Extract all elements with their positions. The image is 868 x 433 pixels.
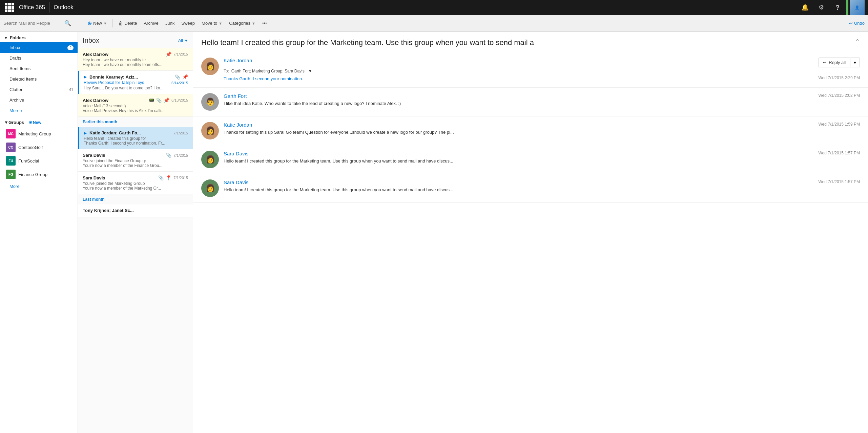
message-body-1: Thanks Garth! I second your nomination. <box>224 75 303 82</box>
email-sender-2: Bonnie Kearney; Aziz... <box>89 74 138 80</box>
email-preview-4a: Hello team! I created this group for <box>84 136 188 141</box>
email-list-header: Inbox All ▼ <box>78 32 193 48</box>
notifications-button[interactable]: 🔔 <box>798 0 812 15</box>
status-stripe <box>846 0 848 15</box>
email-item-4[interactable]: ▶ Katie Jordan; Garth Fo... 7/1/2015 Hel… <box>78 127 193 149</box>
sidebar-item-deleted[interactable]: Deleted Items <box>0 74 78 84</box>
groups-section-header[interactable]: ▼ Groups ✳ New <box>0 116 78 127</box>
folders-label: Folders <box>10 35 26 40</box>
email-sender-6: Sara Davis <box>83 175 105 180</box>
sent-label: Sent Items <box>9 66 30 71</box>
folders-section-header[interactable]: ▼ Folders <box>0 32 78 42</box>
groups-chevron-icon: ▼ <box>4 120 8 125</box>
app-launcher-button[interactable] <box>3 1 16 14</box>
email-date-2: 6/14/2015 <box>171 81 188 85</box>
reading-pane: Hello team! I created this group for the… <box>193 32 868 433</box>
avatar-garth: 👨 <box>201 93 219 111</box>
message-body-3: Thanks for setting this up Sara! Go team… <box>224 129 860 136</box>
junk-label: Junk <box>165 21 174 26</box>
email-preview-5b: You're now a member of the Finance Grou.… <box>83 163 188 168</box>
outlook-label: Outlook <box>54 4 74 11</box>
search-input[interactable] <box>3 21 64 26</box>
undo-button[interactable]: ↩ Undo <box>849 21 865 26</box>
groups-label: Groups <box>8 120 24 125</box>
delete-label: Delete <box>124 21 137 26</box>
message-to-1: To: Garth Fort; Marketing Group; Sara Da… <box>224 69 860 73</box>
expand-recipients-icon[interactable]: ▼ <box>308 69 312 73</box>
email-item-1[interactable]: Alex Darrow 📌 7/1/2015 Hey team - we hav… <box>78 48 193 71</box>
reply-all-button[interactable]: ↩ Reply all <box>819 58 850 67</box>
group-avatar-co: CO <box>6 143 16 152</box>
email-item-2[interactable]: ▶ Bonnie Kearney; Aziz... 📎 📌 Review Pro… <box>78 71 193 94</box>
email-item-5[interactable]: Sara Davis 📎 7/1/2015 You've joined the … <box>78 149 193 172</box>
sidebar-item-sent[interactable]: Sent Items <box>0 63 78 74</box>
help-button[interactable]: ? <box>830 0 845 15</box>
more-icon: ••• <box>262 21 267 26</box>
section-label-last: Last month <box>78 194 193 204</box>
pin-icon-2: 📌 <box>182 74 188 80</box>
office365-label: Office 365 <box>19 4 45 11</box>
waffle-grid-icon <box>5 3 14 12</box>
folders-more-button[interactable]: More › <box>0 105 78 116</box>
message-item-5: 👩 Sara Davis Wed 7/1/2015 1:57 PM Hello … <box>193 174 868 203</box>
moveto-button[interactable]: Move to ▼ <box>199 19 225 27</box>
delete-icon: 🗑 <box>118 21 123 26</box>
sidebar-item-archive[interactable]: Archive <box>0 95 78 105</box>
email-item-6[interactable]: Sara Davis 📎 📍 7/1/2015 You've joined th… <box>78 172 193 194</box>
archive-button[interactable]: Archive <box>141 19 161 27</box>
collapse-up-icon[interactable]: ⌃ <box>855 38 860 45</box>
group-item-funsocial[interactable]: FU Fun/Social <box>0 154 78 168</box>
email-list: Inbox All ▼ Alex Darrow 📌 7/1/2015 Hey t… <box>78 32 193 433</box>
voicemail-icon-3: 📟 <box>149 98 154 103</box>
settings-button[interactable]: ⚙ <box>814 0 829 15</box>
group-item-marketing[interactable]: MG Marketing Group <box>0 127 78 140</box>
top-bar: Office 365 Outlook 🔔 ⚙ ? 👤 <box>0 0 868 15</box>
reply-dropdown-icon: ▼ <box>853 61 857 65</box>
sidebar-item-clutter[interactable]: Clutter 41 <box>0 84 78 95</box>
toolbar: 🔍 ⊕ New ▼ 🗑 Delete Archive Junk Sweep Mo… <box>0 15 868 32</box>
drafts-label: Drafts <box>9 56 21 61</box>
reply-all-label: Reply all <box>829 60 846 65</box>
expand-arrow-2[interactable]: ▶ <box>84 74 87 79</box>
reply-dropdown-button[interactable]: ▼ <box>850 58 860 67</box>
group-item-contosogolf[interactable]: CO ContosoGolf <box>0 140 78 154</box>
groups-new-star-icon: ✳ <box>29 120 32 125</box>
groups-more-button[interactable]: More <box>0 181 78 192</box>
email-item-7[interactable]: Tony Krijnen; Janet Sc... <box>78 204 193 217</box>
email-preview-6a: You've joined the Marketing Group <box>83 181 188 186</box>
undo-label: Undo <box>854 21 865 26</box>
sweep-button[interactable]: Sweep <box>179 19 198 27</box>
message-time-3: Wed 7/1/2015 1:59 PM <box>818 122 860 127</box>
message-sender-2: Garth Fort <box>224 93 247 99</box>
message-item-3: 👩 Katie Jordan Wed 7/1/2015 1:59 PM Than… <box>193 116 868 145</box>
categories-button[interactable]: Categories ▼ <box>226 19 258 27</box>
undo-icon: ↩ <box>849 21 853 26</box>
sidebar-item-inbox[interactable]: Inbox 2 <box>0 42 78 53</box>
message-content-2: Garth Fort Wed 7/1/2015 2:02 PM I like t… <box>224 93 860 107</box>
expand-arrow-4[interactable]: ▶ <box>84 131 87 135</box>
delete-button[interactable]: 🗑 Delete <box>116 19 140 27</box>
more-button[interactable]: ••• <box>260 19 270 27</box>
main-layout: ▼ Folders Inbox 2 Drafts Sent Items Dele… <box>0 32 868 433</box>
reply-icon: ↩ <box>823 60 827 65</box>
attach-icon-6: 📎 <box>158 175 164 180</box>
groups-new-button[interactable]: ✳ New <box>29 120 41 125</box>
avatar-sara-1: 👩 <box>201 151 219 168</box>
user-avatar[interactable]: 👤 <box>850 0 865 15</box>
filter-label: All <box>178 38 183 43</box>
reading-title: Hello team! I created this group for the… <box>201 38 855 48</box>
sidebar-item-drafts[interactable]: Drafts <box>0 53 78 63</box>
junk-button[interactable]: Junk <box>163 19 177 27</box>
message-sender-3: Katie Jordan <box>224 122 252 128</box>
new-button[interactable]: ⊕ New ▼ <box>85 19 110 28</box>
new-label: New <box>93 21 102 26</box>
email-list-filter[interactable]: All ▼ <box>178 38 188 43</box>
group-item-finance[interactable]: FG Finance Group <box>0 168 78 181</box>
group-label-fu: Fun/Social <box>18 158 39 164</box>
email-item-3[interactable]: Alex Darrow 📟 📎 📌 6/13/2015 Voice Mail (… <box>78 94 193 117</box>
new-dropdown-icon[interactable]: ▼ <box>103 21 107 25</box>
search-icon[interactable]: 🔍 <box>64 20 71 26</box>
clutter-label: Clutter <box>9 87 22 92</box>
top-bar-divider <box>49 2 49 13</box>
message-time-5: Wed 7/1/2015 1:57 PM <box>818 179 860 184</box>
